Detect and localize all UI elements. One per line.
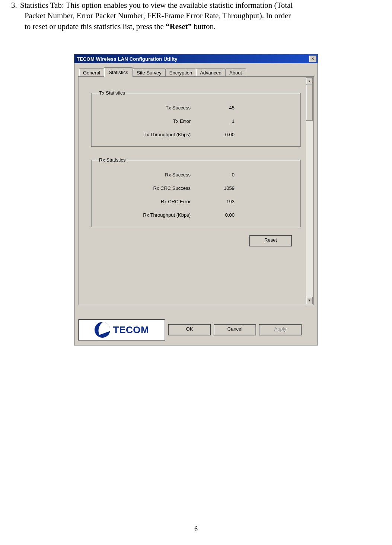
tab-encryption[interactable]: Encryption xyxy=(165,68,196,77)
tab-strip: General Statistics Site Survey Encryptio… xyxy=(79,67,314,76)
scroll-thumb[interactable] xyxy=(306,84,313,121)
tx-error-row: Tx Error 1 xyxy=(98,114,294,128)
rx-crc-error-label: Rx CRC Error xyxy=(98,199,201,204)
window-title: TECOM Wireless LAN Configuration Utility xyxy=(77,56,178,62)
rx-legend: Rx Statistics xyxy=(98,157,127,163)
tab-advanced[interactable]: Advanced xyxy=(196,68,226,77)
dialog-window: TECOM Wireless LAN Configuration Utility… xyxy=(74,54,318,345)
ok-button[interactable]: OK xyxy=(168,324,211,335)
tab-about[interactable]: About xyxy=(225,68,246,77)
tab-statistics[interactable]: Statistics xyxy=(104,67,133,77)
rx-throughput-row: Rx Throughput (Kbps) 0.00 xyxy=(98,208,294,221)
dialog-bottom-row: TECOM OK Cancel Apply xyxy=(78,319,314,341)
close-icon: ✕ xyxy=(311,57,314,61)
reset-bold: “Reset” xyxy=(166,22,192,31)
tx-legend: Tx Statistics xyxy=(98,90,127,96)
chevron-up-icon: ▲ xyxy=(308,79,311,83)
intro-line-3: to reset or update this statistics list,… xyxy=(11,22,216,31)
rx-crc-success-value: 1059 xyxy=(201,185,235,191)
scroll-down-button[interactable]: ▼ xyxy=(306,297,313,304)
logo-panel: TECOM xyxy=(78,319,165,341)
tx-error-label: Tx Error xyxy=(98,118,201,124)
tx-error-value: 1 xyxy=(201,118,235,124)
tecom-logo-icon xyxy=(95,322,110,338)
rx-crc-error-value: 193 xyxy=(201,199,235,204)
list-number: 3. xyxy=(11,0,20,10)
tab-site-survey[interactable]: Site Survey xyxy=(133,68,165,77)
rx-throughput-label: Rx Throughput (Kbps) xyxy=(98,212,201,218)
apply-button[interactable]: Apply xyxy=(259,324,302,335)
dialog-client-area: General Statistics Site Survey Encryptio… xyxy=(74,63,318,345)
rx-success-value: 0 xyxy=(201,172,235,178)
rx-success-row: Rx Success 0 xyxy=(98,168,294,181)
intro-line-2: Packet Number, Error Packet Number, FER-… xyxy=(11,11,291,20)
rx-crc-success-row: Rx CRC Success 1059 xyxy=(98,181,294,195)
rx-crc-success-label: Rx CRC Success xyxy=(98,185,201,191)
scrollbar[interactable]: ▲ ▼ xyxy=(306,77,313,304)
tx-success-value: 45 xyxy=(201,105,235,111)
rx-statistics-group: Rx Statistics Rx Success 0 Rx CRC Succes… xyxy=(91,157,301,227)
tx-success-label: Tx Success xyxy=(98,105,201,111)
intro-line-1: Statistics Tab: This option enables you … xyxy=(20,1,293,10)
tecom-logo-text: TECOM xyxy=(113,324,149,336)
scroll-up-button[interactable]: ▲ xyxy=(306,77,313,85)
intro-paragraph: 3.Statistics Tab: This option enables yo… xyxy=(11,0,381,32)
tx-throughput-row: Tx Throughput (Kbps) 0.00 xyxy=(98,128,294,141)
tx-success-row: Tx Success 45 xyxy=(98,101,294,114)
tx-throughput-value: 0.00 xyxy=(201,132,235,137)
rx-throughput-value: 0.00 xyxy=(201,212,235,218)
reset-button[interactable]: Reset xyxy=(249,235,292,246)
tx-throughput-label: Tx Throughput (Kbps) xyxy=(98,132,201,137)
rx-success-label: Rx Success xyxy=(98,172,201,178)
titlebar[interactable]: TECOM Wireless LAN Configuration Utility… xyxy=(74,54,318,63)
tab-general[interactable]: General xyxy=(79,68,104,77)
close-button[interactable]: ✕ xyxy=(309,55,316,62)
rx-crc-error-row: Rx CRC Error 193 xyxy=(98,195,294,208)
page-number: 6 xyxy=(0,525,392,533)
tab-page-statistics: ▲ ▼ Tx Statistics Tx Success 45 Tx Error… xyxy=(78,76,314,305)
cancel-button[interactable]: Cancel xyxy=(214,324,256,335)
chevron-down-icon: ▼ xyxy=(308,299,311,302)
tx-statistics-group: Tx Statistics Tx Success 45 Tx Error 1 T… xyxy=(91,90,301,147)
